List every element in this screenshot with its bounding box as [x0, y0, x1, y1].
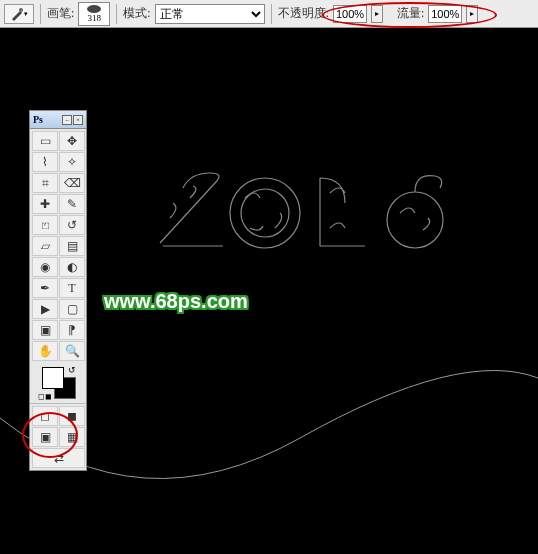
notes-icon[interactable]: ▣ — [32, 320, 58, 340]
svg-point-0 — [19, 8, 23, 12]
swap-colors-icon[interactable]: ↺ — [68, 365, 76, 375]
divider — [116, 4, 117, 24]
brush-size-value: 318 — [88, 13, 102, 23]
pen-icon[interactable]: ✒ — [32, 278, 58, 298]
screen-modes: ◻ ◼ ▣ ▦ ⇄ — [30, 403, 86, 470]
color-swatches: ↺ ◻◼ — [30, 363, 86, 403]
default-colors-icon[interactable]: ◻◼ — [38, 392, 52, 401]
text-art-2016 — [145, 158, 465, 268]
opacity-label: 不透明度: — [278, 5, 329, 22]
flow-input[interactable] — [428, 5, 462, 23]
tools-header[interactable]: Ps – × — [30, 111, 86, 129]
history-brush-icon[interactable]: ↺ — [59, 215, 85, 235]
shape-icon[interactable]: ▢ — [59, 299, 85, 319]
foreground-color[interactable] — [42, 367, 64, 389]
watermark-text: www.68ps.com — [104, 290, 248, 313]
svg-point-2 — [241, 189, 289, 237]
move-icon[interactable]: ✥ — [59, 131, 85, 151]
eraser-icon[interactable]: ▱ — [32, 236, 58, 256]
screenmode-full-icon[interactable]: ▦ — [59, 427, 85, 447]
blend-mode-select[interactable]: 正常 — [155, 4, 265, 24]
brush-label: 画笔: — [47, 5, 74, 22]
healing-icon[interactable]: ✚ — [32, 194, 58, 214]
imageready-icon[interactable]: ⇄ — [32, 448, 85, 468]
dodge-icon[interactable]: ◐ — [59, 257, 85, 277]
zoom-icon[interactable]: 🔍 — [59, 341, 85, 361]
opacity-flyout[interactable]: ▸ — [371, 5, 383, 23]
tools-grid: ▭ ✥ ⌇ ✧ ⌗ ⌫ ✚ ✎ ⏍ ↺ ▱ ▤ ◉ ◐ ✒ T ▶ ▢ ▣ ⁋ … — [30, 129, 86, 363]
options-bar: ▾ 画笔: 318 模式: 正常 不透明度: ▸ 流量: ▸ — [0, 0, 538, 28]
quickmask-on-icon[interactable]: ◼ — [59, 406, 85, 426]
tools-panel: Ps – × ▭ ✥ ⌇ ✧ ⌗ ⌫ ✚ ✎ ⏍ ↺ ▱ ▤ ◉ ◐ ✒ T ▶… — [29, 110, 87, 471]
stamp-icon[interactable]: ⏍ — [32, 215, 58, 235]
mode-label: 模式: — [123, 5, 150, 22]
opacity-input[interactable] — [333, 5, 367, 23]
flow-flyout[interactable]: ▸ — [466, 5, 478, 23]
lasso-icon[interactable]: ⌇ — [32, 152, 58, 172]
close-icon[interactable]: × — [73, 115, 83, 125]
flow-label: 流量: — [397, 5, 424, 22]
brush-icon[interactable]: ✎ — [59, 194, 85, 214]
brush-preview[interactable]: 318 — [78, 2, 110, 26]
gradient-icon[interactable]: ▤ — [59, 236, 85, 256]
divider — [271, 4, 272, 24]
svg-point-3 — [387, 192, 443, 248]
magic-wand-icon[interactable]: ✧ — [59, 152, 85, 172]
crop-icon[interactable]: ⌗ — [32, 173, 58, 193]
current-tool-button[interactable]: ▾ — [4, 4, 34, 24]
rect-marquee-icon[interactable]: ▭ — [32, 131, 58, 151]
path-select-icon[interactable]: ▶ — [32, 299, 58, 319]
minimize-icon[interactable]: – — [62, 115, 72, 125]
slice-icon[interactable]: ⌫ — [59, 173, 85, 193]
divider — [40, 4, 41, 24]
quickmask-icon[interactable]: ◻ — [32, 406, 58, 426]
svg-point-1 — [230, 178, 300, 248]
blur-icon[interactable]: ◉ — [32, 257, 58, 277]
screenmode-std-icon[interactable]: ▣ — [32, 427, 58, 447]
ps-logo-icon: Ps — [33, 114, 43, 125]
eyedropper-icon[interactable]: ⁋ — [59, 320, 85, 340]
hand-icon[interactable]: ✋ — [32, 341, 58, 361]
type-icon[interactable]: T — [59, 278, 85, 298]
